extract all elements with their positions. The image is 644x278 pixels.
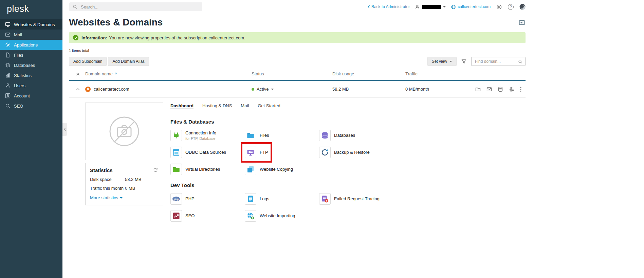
sidebar-item-label: Statistics (14, 73, 32, 78)
dashboard-item-backup-restore[interactable]: Backup & Restore (319, 146, 370, 159)
help-button[interactable]: ? (508, 4, 514, 10)
sidebar-item-label: SEO (14, 104, 23, 109)
tab-dashboard[interactable]: Dashboard (170, 103, 194, 108)
sliders-icon (509, 87, 514, 92)
odbc-icon (170, 147, 182, 158)
items-total: 1 items total (69, 49, 526, 53)
status-dropdown[interactable]: Active (252, 87, 332, 92)
disk-space-label: Disk space (90, 177, 125, 182)
find-domain-box[interactable] (471, 57, 526, 66)
dashboard-item-ftp[interactable]: FTP (245, 146, 268, 159)
domain-name: callcentertect.com (94, 87, 129, 92)
dashboard-item-seo[interactable]: SEO (170, 210, 195, 222)
status-label: Active (257, 87, 269, 92)
more-actions-button[interactable] (519, 86, 522, 93)
traffic-month-value: 0 MB (125, 186, 135, 191)
id-card-icon (5, 93, 11, 98)
refresh-statistics-button[interactable] (152, 167, 159, 173)
sidebar-item-databases[interactable]: Databases (0, 60, 62, 70)
sidebar-item-statistics[interactable]: Statistics (0, 70, 62, 80)
website-importing-icon (245, 210, 256, 222)
global-search[interactable] (69, 2, 202, 11)
sidebar-item-account[interactable]: Account (0, 91, 62, 101)
tab-mail[interactable]: Mail (241, 103, 249, 108)
no-screenshot-icon (104, 111, 145, 152)
logs-icon (245, 193, 256, 205)
user-name-redacted (422, 5, 441, 9)
column-header-domain[interactable]: Domain name (85, 71, 252, 76)
global-search-input[interactable] (80, 4, 199, 10)
dashboard-item-connection-info[interactable]: Connection Info for FTP, Database (170, 129, 216, 142)
page-title: Websites & Domains (69, 17, 163, 28)
chevron-left-icon (63, 128, 66, 131)
envelope-icon (486, 87, 492, 92)
subscription-domain-link[interactable]: callcentertect.com (451, 4, 491, 10)
disk-space-row: Disk space 58.2 MB (90, 177, 159, 182)
tab-hosting-dns[interactable]: Hosting & DNS (202, 103, 232, 108)
success-check-icon (73, 35, 78, 40)
sidebar-item-seo[interactable]: SEO (0, 101, 62, 111)
databases-action-button[interactable] (497, 86, 504, 93)
panel-toggle-icon (519, 20, 525, 25)
sidebar-item-label: Files (14, 53, 23, 58)
database-icon (498, 87, 503, 92)
sidebar-item-websites-domains[interactable]: Websites & Domains (0, 19, 62, 30)
details-tabs: Dashboard Hosting & DNS Mail Get Started (170, 103, 526, 112)
panel-toggle-button[interactable] (518, 19, 526, 26)
more-statistics-link[interactable]: More statistics (90, 195, 123, 200)
sidebar-item-applications[interactable]: Applications (0, 40, 62, 50)
filter-icon (461, 59, 466, 64)
back-to-administrator-link[interactable]: Back to Administrator (368, 4, 410, 9)
tab-get-started[interactable]: Get Started (258, 103, 280, 108)
dashboard-item-website-copying[interactable]: Website Copying (245, 163, 293, 175)
double-chevron-up-icon (76, 72, 80, 76)
sidebar-item-label: Account (14, 93, 30, 98)
settings-button[interactable] (496, 3, 503, 11)
search-icon (518, 59, 522, 64)
add-domain-alias-button[interactable]: Add Domain Alias (108, 57, 149, 66)
sidebar-item-label: Databases (14, 63, 35, 68)
dashboard-item-php[interactable]: php PHP (170, 193, 195, 205)
files-action-button[interactable] (475, 86, 481, 93)
row-collapse-button[interactable] (75, 86, 81, 92)
sidebar: plesk Websites & Domains Mail Applicatio… (0, 0, 62, 278)
mail-action-button[interactable] (486, 86, 493, 93)
column-header-status[interactable]: Status (252, 71, 332, 76)
domain-details: Statistics Disk space 58.2 MB Traffic th… (69, 103, 526, 222)
globe-icon (451, 4, 456, 10)
banner-message: You are now viewing properties of the su… (109, 35, 245, 40)
collapse-all-button[interactable] (75, 71, 81, 77)
user-menu[interactable] (415, 4, 446, 10)
sidebar-item-files[interactable]: Files (0, 50, 62, 60)
set-view-button[interactable]: Set view (427, 57, 457, 66)
column-header-traffic[interactable]: Traffic (405, 71, 478, 76)
monitor-icon (5, 22, 11, 27)
user-avatar[interactable] (519, 3, 526, 11)
sidebar-item-label: Mail (14, 32, 22, 37)
back-link-label: Back to Administrator (371, 4, 410, 9)
dashboard-item-files[interactable]: Files (245, 129, 269, 142)
sidebar-item-mail[interactable]: Mail (0, 30, 62, 40)
chevron-down-icon (443, 6, 446, 7)
sidebar-collapse-handle[interactable] (62, 123, 67, 136)
svg-text:php: php (174, 198, 179, 201)
chevron-down-icon (271, 89, 274, 90)
row-actions (478, 86, 526, 93)
dashboard-item-databases[interactable]: Databases (319, 129, 355, 142)
filter-button[interactable] (461, 58, 467, 64)
disk-usage-value: 58.2 MB (332, 87, 405, 92)
dev-tools-grid: php PHP Logs (170, 193, 526, 222)
kebab-menu-icon (520, 87, 521, 92)
find-domain-input[interactable] (474, 59, 516, 64)
dashboard-item-odbc-data-sources[interactable]: ODBC Data Sources (170, 146, 226, 159)
failed-request-tracing-icon (319, 193, 331, 205)
subscription-domain-label: callcentertect.com (458, 4, 491, 9)
settings-action-button[interactable] (508, 86, 515, 93)
dashboard-item-virtual-directories[interactable]: Virtual Directories (170, 163, 220, 175)
add-subdomain-button[interactable]: Add Subdomain (69, 57, 107, 66)
dashboard-item-failed-request-tracing[interactable]: Failed Request Tracing (319, 193, 380, 205)
dashboard-item-logs[interactable]: Logs (245, 193, 269, 205)
dashboard-item-website-importing[interactable]: Website Importing (245, 210, 295, 222)
column-header-disk-usage[interactable]: Disk usage (332, 71, 405, 76)
sidebar-item-users[interactable]: Users (0, 80, 62, 91)
